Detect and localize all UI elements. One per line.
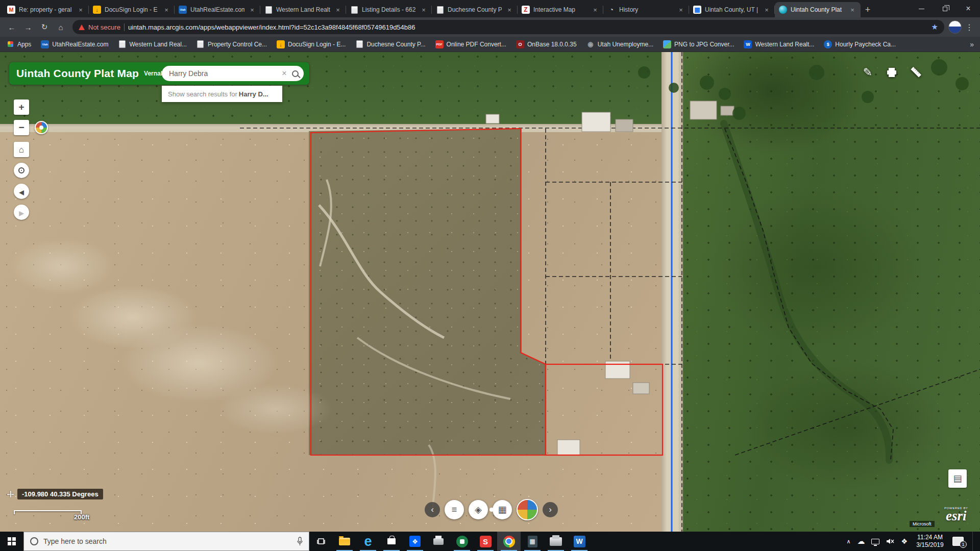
action-center-icon[interactable]: 1	[952, 537, 964, 546]
crosshair-icon[interactable]	[7, 491, 14, 497]
tab-close-icon[interactable]	[334, 6, 342, 14]
reload-icon[interactable]: ↻	[37, 19, 52, 35]
restore-button[interactable]	[933, 0, 957, 17]
tab-close-icon[interactable]	[420, 6, 428, 14]
taskbar-fax[interactable]	[427, 532, 450, 551]
bookmark-item[interactable]: DocuSign Login - E...	[277, 40, 346, 48]
toolbar-next-icon[interactable]: ›	[543, 502, 558, 517]
browser-menu-icon[interactable]	[963, 20, 976, 34]
bookmark-item[interactable]: Hourly Paycheck Ca...	[824, 40, 896, 48]
home-extent-button[interactable]	[14, 142, 29, 157]
basemap-button[interactable]: ▦	[493, 500, 512, 519]
taskbar-dropbox[interactable]	[403, 532, 427, 551]
bookmark-item[interactable]: Western Land Realt...	[744, 40, 814, 48]
streetview-button[interactable]	[517, 499, 538, 520]
toolbar-prev-icon[interactable]: ‹	[425, 502, 440, 517]
streetview-sphere-icon[interactable]	[35, 121, 48, 134]
my-location-button[interactable]	[14, 163, 29, 178]
hidden-icons-chevron[interactable]	[846, 538, 850, 545]
taskbar-chrome[interactable]	[497, 532, 521, 551]
bookmark-item[interactable]: OnBase 18.0.0.35	[516, 40, 577, 48]
taskbar-s-app[interactable]	[474, 532, 497, 551]
bookmark-item[interactable]: Property Control Ce...	[197, 40, 267, 48]
start-button[interactable]	[0, 532, 23, 551]
taskbar-green-app[interactable]	[450, 532, 474, 551]
bookmark-item[interactable]: UtahRealEstate.com	[41, 40, 108, 48]
next-extent-button[interactable]	[14, 205, 29, 220]
volume-muted-icon[interactable]	[886, 538, 894, 545]
browser-tab[interactable]: Western Land Realt	[260, 2, 346, 17]
security-label[interactable]: Not secure	[88, 23, 120, 31]
onedrive-icon[interactable]	[857, 537, 865, 546]
tab-close-icon[interactable]	[505, 6, 513, 14]
taskbar-copier[interactable]	[544, 532, 568, 551]
taskbar-clock[interactable]: 11:24 AM 3/15/2019	[914, 534, 946, 549]
minimize-button[interactable]	[910, 0, 933, 17]
tab-close-icon[interactable]	[162, 6, 170, 14]
tab-close-icon[interactable]	[763, 6, 771, 14]
bookmark-item[interactable]: Duchesne County P...	[355, 40, 425, 48]
address-bar[interactable]: Not secure uintah.maps.arcgis.com/apps/w…	[72, 20, 944, 34]
measure-tool-icon[interactable]	[910, 65, 923, 79]
application-window: Re: property - geral DocuSign Login - E …	[0, 0, 980, 551]
bookmark-label: OnBase 18.0.0.35	[527, 41, 577, 48]
bookmark-item[interactable]: PNG to JPG Conver...	[663, 40, 734, 48]
bookmark-star-icon[interactable]	[932, 22, 938, 32]
draw-tool-icon[interactable]	[862, 66, 874, 79]
tab-close-icon[interactable]	[677, 6, 685, 14]
dropbox-tray-icon[interactable]	[901, 537, 908, 545]
overview-map-button[interactable]	[948, 469, 967, 488]
tab-close-icon[interactable]	[591, 6, 599, 14]
not-secure-warning-icon[interactable]	[79, 24, 85, 30]
previous-extent-button[interactable]	[14, 184, 29, 199]
url-text[interactable]: uintah.maps.arcgis.com/apps/webappviewer…	[128, 23, 928, 31]
tab-close-icon[interactable]	[848, 6, 856, 14]
browser-tab[interactable]: Uintah County, UT |	[689, 2, 775, 17]
bookmark-label: Hourly Paycheck Ca...	[835, 41, 896, 48]
new-tab-button[interactable]: +	[861, 3, 875, 17]
browser-tab[interactable]: Uintah County Plat	[775, 2, 861, 17]
search-input[interactable]	[169, 69, 279, 78]
microphone-icon[interactable]	[297, 537, 303, 546]
tab-favicon	[264, 6, 273, 14]
taskbar-word[interactable]	[568, 532, 591, 551]
app-icon	[385, 535, 398, 548]
zoom-in-button[interactable]: +	[14, 99, 29, 115]
taskbar-store[interactable]	[380, 532, 403, 551]
browser-tab[interactable]: Re: property - geral	[3, 2, 89, 17]
search-icon[interactable]	[292, 70, 299, 77]
legend-button[interactable]: ≡	[445, 500, 464, 519]
clear-search-icon[interactable]	[279, 69, 290, 78]
search-suggestion[interactable]: Show search results for Harry D...	[162, 86, 282, 102]
bookmark-item[interactable]: Utah Unemployme...	[586, 40, 653, 48]
map-search-box[interactable]	[162, 66, 304, 81]
taskbar-search[interactable]: Type here to search	[23, 532, 309, 551]
tab-close-icon[interactable]	[248, 6, 256, 14]
browser-tab[interactable]: History	[603, 2, 689, 17]
bookmark-item[interactable]: Western Land Real...	[118, 40, 187, 48]
taskbar-edge[interactable]	[356, 532, 380, 551]
bookmarks-overflow-icon[interactable]	[970, 40, 974, 48]
browser-tab[interactable]: Interactive Map	[518, 2, 603, 17]
browser-tab[interactable]: Listing Details - 662	[346, 2, 432, 17]
browser-tab[interactable]: Duchesne County P	[432, 2, 518, 17]
bookmark-item[interactable]: Online PDF Convert...	[435, 40, 506, 48]
layers-button[interactable]: ◈	[469, 500, 488, 519]
browser-tab[interactable]: DocuSign Login - E	[89, 2, 175, 17]
browser-tab[interactable]: UtahRealEstate.com	[175, 2, 260, 17]
print-tool-icon[interactable]	[886, 67, 897, 78]
display-icon[interactable]	[871, 539, 879, 544]
back-icon[interactable]: ←	[4, 19, 19, 35]
close-button[interactable]	[957, 0, 980, 17]
profile-avatar[interactable]	[948, 20, 962, 34]
forward-icon[interactable]: →	[20, 19, 36, 35]
taskbar-calculator[interactable]	[521, 532, 544, 551]
task-view-button[interactable]	[309, 532, 333, 551]
taskbar-file-explorer[interactable]	[333, 532, 356, 551]
zoom-out-button[interactable]: −	[14, 120, 29, 135]
home-icon[interactable]: ⌂	[53, 19, 68, 35]
tab-close-icon[interactable]	[77, 6, 85, 14]
show-desktop-button[interactable]	[972, 532, 975, 551]
bookmark-item[interactable]: Apps	[6, 40, 31, 48]
map-canvas[interactable]: Uintah County Plat Map Vernal, Utah Show…	[0, 52, 980, 532]
